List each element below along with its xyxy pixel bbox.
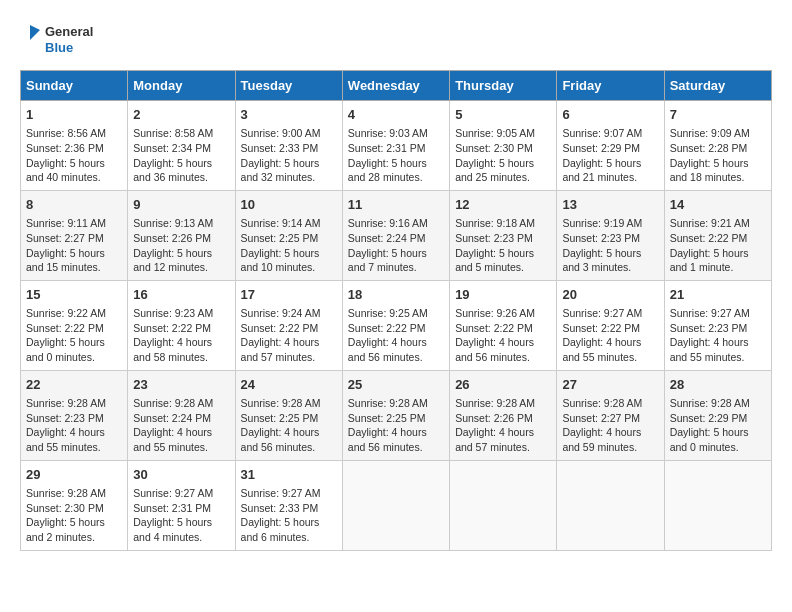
calendar-cell: 19Sunrise: 9:26 AMSunset: 2:22 PMDayligh… [450,280,557,370]
day-info: Sunrise: 9:27 AM [133,486,229,501]
day-info: Daylight: 4 hours [348,425,444,440]
day-info: Sunrise: 9:27 AM [241,486,337,501]
day-info: Daylight: 5 hours [670,425,766,440]
day-info: and 55 minutes. [670,350,766,365]
day-info: Sunset: 2:25 PM [241,231,337,246]
day-info: Daylight: 5 hours [455,246,551,261]
calendar-cell: 11Sunrise: 9:16 AMSunset: 2:24 PMDayligh… [342,190,449,280]
calendar-cell: 5Sunrise: 9:05 AMSunset: 2:30 PMDaylight… [450,101,557,191]
col-header-thursday: Thursday [450,71,557,101]
day-info: Sunrise: 8:56 AM [26,126,122,141]
day-number: 2 [133,106,229,124]
day-number: 16 [133,286,229,304]
day-info: Sunrise: 9:19 AM [562,216,658,231]
day-info: Daylight: 5 hours [562,156,658,171]
day-info: Sunrise: 9:05 AM [455,126,551,141]
day-info: Daylight: 5 hours [26,156,122,171]
day-number: 20 [562,286,658,304]
day-number: 22 [26,376,122,394]
svg-text:Blue: Blue [45,40,73,55]
day-info: Daylight: 5 hours [348,246,444,261]
day-info: Sunrise: 9:28 AM [133,396,229,411]
day-number: 12 [455,196,551,214]
day-info: and 55 minutes. [562,350,658,365]
day-number: 3 [241,106,337,124]
day-info: Daylight: 5 hours [670,156,766,171]
day-info: Daylight: 4 hours [670,335,766,350]
calendar-cell: 16Sunrise: 9:23 AMSunset: 2:22 PMDayligh… [128,280,235,370]
day-info: Sunrise: 9:00 AM [241,126,337,141]
day-info: Daylight: 5 hours [670,246,766,261]
day-info: and 2 minutes. [26,530,122,545]
col-header-wednesday: Wednesday [342,71,449,101]
calendar-cell [557,460,664,550]
day-info: Sunset: 2:28 PM [670,141,766,156]
day-number: 11 [348,196,444,214]
day-info: Sunrise: 9:16 AM [348,216,444,231]
day-number: 5 [455,106,551,124]
day-info: and 56 minutes. [241,440,337,455]
day-info: Sunrise: 9:26 AM [455,306,551,321]
svg-text:General: General [45,24,93,39]
calendar-cell [664,460,771,550]
day-info: Sunrise: 9:27 AM [670,306,766,321]
day-info: Sunset: 2:23 PM [26,411,122,426]
day-info: and 57 minutes. [241,350,337,365]
day-info: Sunset: 2:24 PM [348,231,444,246]
calendar-week-3: 15Sunrise: 9:22 AMSunset: 2:22 PMDayligh… [21,280,772,370]
day-info: Daylight: 5 hours [562,246,658,261]
day-number: 1 [26,106,122,124]
calendar-cell: 8Sunrise: 9:11 AMSunset: 2:27 PMDaylight… [21,190,128,280]
calendar-cell [342,460,449,550]
calendar-cell: 26Sunrise: 9:28 AMSunset: 2:26 PMDayligh… [450,370,557,460]
day-number: 15 [26,286,122,304]
day-info: Sunset: 2:25 PM [348,411,444,426]
day-info: Daylight: 5 hours [241,246,337,261]
calendar-cell: 4Sunrise: 9:03 AMSunset: 2:31 PMDaylight… [342,101,449,191]
day-number: 25 [348,376,444,394]
calendar-cell: 30Sunrise: 9:27 AMSunset: 2:31 PMDayligh… [128,460,235,550]
calendar-cell: 3Sunrise: 9:00 AMSunset: 2:33 PMDaylight… [235,101,342,191]
day-number: 8 [26,196,122,214]
col-header-tuesday: Tuesday [235,71,342,101]
day-number: 31 [241,466,337,484]
day-info: Sunset: 2:22 PM [670,231,766,246]
day-info: and 6 minutes. [241,530,337,545]
calendar-week-2: 8Sunrise: 9:11 AMSunset: 2:27 PMDaylight… [21,190,772,280]
day-info: Sunset: 2:31 PM [348,141,444,156]
day-info: Sunrise: 9:24 AM [241,306,337,321]
day-number: 24 [241,376,337,394]
calendar-cell: 27Sunrise: 9:28 AMSunset: 2:27 PMDayligh… [557,370,664,460]
day-number: 19 [455,286,551,304]
day-info: Daylight: 4 hours [133,425,229,440]
day-number: 27 [562,376,658,394]
day-info: Daylight: 5 hours [26,335,122,350]
day-info: Sunset: 2:31 PM [133,501,229,516]
calendar-week-5: 29Sunrise: 9:28 AMSunset: 2:30 PMDayligh… [21,460,772,550]
day-info: and 21 minutes. [562,170,658,185]
calendar-cell: 9Sunrise: 9:13 AMSunset: 2:26 PMDaylight… [128,190,235,280]
day-info: Sunset: 2:22 PM [348,321,444,336]
day-info: and 18 minutes. [670,170,766,185]
day-info: Sunset: 2:26 PM [455,411,551,426]
calendar-cell: 31Sunrise: 9:27 AMSunset: 2:33 PMDayligh… [235,460,342,550]
day-info: Sunset: 2:27 PM [562,411,658,426]
day-info: and 7 minutes. [348,260,444,275]
day-info: and 56 minutes. [348,440,444,455]
day-number: 21 [670,286,766,304]
day-info: Sunset: 2:33 PM [241,141,337,156]
day-number: 17 [241,286,337,304]
day-info: Daylight: 5 hours [348,156,444,171]
day-info: Daylight: 4 hours [455,335,551,350]
col-header-saturday: Saturday [664,71,771,101]
day-info: and 0 minutes. [26,350,122,365]
day-info: Sunset: 2:36 PM [26,141,122,156]
day-info: Sunset: 2:24 PM [133,411,229,426]
day-info: and 28 minutes. [348,170,444,185]
calendar-cell: 14Sunrise: 9:21 AMSunset: 2:22 PMDayligh… [664,190,771,280]
calendar-cell: 23Sunrise: 9:28 AMSunset: 2:24 PMDayligh… [128,370,235,460]
day-info: and 40 minutes. [26,170,122,185]
day-info: Sunrise: 9:28 AM [455,396,551,411]
calendar-cell: 25Sunrise: 9:28 AMSunset: 2:25 PMDayligh… [342,370,449,460]
calendar-cell: 15Sunrise: 9:22 AMSunset: 2:22 PMDayligh… [21,280,128,370]
